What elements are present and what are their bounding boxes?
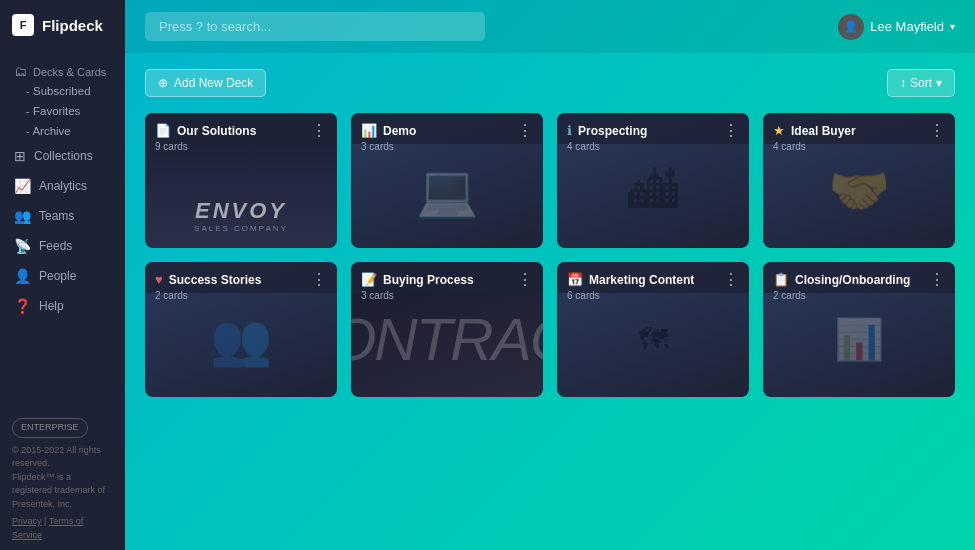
main-content: 👤 Lee Mayfield ▾ ⊕ Add New Deck ↕ Sort ▾ [125,0,975,550]
deck-title-area: ℹ Prospecting [567,123,647,138]
sidebar-nav: 🗂 Decks & Cards - Subscribed - Favorites… [0,50,125,408]
sidebar-footer: ENTERPRISE © 2015-2022 All rights reserv… [0,408,125,550]
people-icon: 👤 [14,268,31,284]
decks-content: ⊕ Add New Deck ↕ Sort ▾ 📄 Our Solutions … [125,53,975,550]
user-menu[interactable]: 👤 Lee Mayfield ▾ [838,14,955,40]
deck-card-header: 📝 Buying Process ⋮ [351,262,543,293]
deck-title-area: 📄 Our Solutions [155,123,256,138]
sidebar-item-favorites[interactable]: - Favorites [0,101,125,121]
deck-card-buying-process[interactable]: 📝 Buying Process ⋮ 3 cards CONTRACT [351,262,543,397]
map-chart-icon: 🗺 [638,323,668,357]
deck-menu-icon[interactable]: ⋮ [929,121,945,140]
deck-menu-icon[interactable]: ⋮ [723,270,739,289]
sidebar-item-archive[interactable]: - Archive [0,121,125,141]
business-people-icon: 🤝 [828,162,890,220]
clipboard-icon: 📋 [773,272,789,287]
trademark-text: Flipdeck™ is a registered trademark of P… [12,471,113,512]
deck-card-closing-onboarding[interactable]: 📋 Closing/Onboarding ⋮ 2 cards 📊 [763,262,955,397]
sidebar-item-feeds[interactable]: 📡 Feeds [0,231,125,261]
star-icon: ★ [773,123,785,138]
sidebar-item-decks-and-cards[interactable]: 🗂 Decks & Cards [0,58,125,81]
deck-title-area: 📅 Marketing Content [567,272,694,287]
copyright-text: © 2015-2022 All rights reserved. [12,444,113,471]
enterprise-badge: ENTERPRISE [12,418,88,438]
envoy-sub-text: Sales Company [164,224,318,233]
chart-icon: 📊 [361,123,377,138]
deck-card-header: 📊 Demo ⋮ [351,113,543,144]
deck-card-header: ♥ Success Stories ⋮ [145,262,337,293]
note-icon: 📝 [361,272,377,287]
laptop-icon: 💻 [416,162,478,220]
deck-card-ideal-buyer[interactable]: ★ Ideal Buyer ⋮ 4 cards 🤝 [763,113,955,248]
deck-title-area: ★ Ideal Buyer [773,123,856,138]
deck-menu-icon[interactable]: ⋮ [517,270,533,289]
add-icon: ⊕ [158,76,168,90]
deck-card-header: ★ Ideal Buyer ⋮ [763,113,955,144]
deck-menu-icon[interactable]: ⋮ [929,270,945,289]
contract-icon: CONTRACT [351,305,543,374]
deck-menu-icon[interactable]: ⋮ [311,121,327,140]
teams-icon: 👥 [14,208,31,224]
topbar: 👤 Lee Mayfield ▾ [125,0,975,53]
content-toolbar: ⊕ Add New Deck ↕ Sort ▾ [145,69,955,97]
deck-card-success-stories[interactable]: ♥ Success Stories ⋮ 2 cards 👥 [145,262,337,397]
privacy-link[interactable]: Privacy [12,516,42,526]
deck-card-demo[interactable]: 📊 Demo ⋮ 3 cards 💻 [351,113,543,248]
deck-title-area: 📝 Buying Process [361,272,474,287]
avatar: 👤 [838,14,864,40]
deck-card-header: ℹ Prospecting ⋮ [557,113,749,144]
deck-menu-icon[interactable]: ⋮ [723,121,739,140]
envoy-logo: envoy [164,198,318,224]
sidebar-item-analytics[interactable]: 📈 Analytics [0,171,125,201]
document-icon: 📄 [155,123,171,138]
logo-icon: F [12,14,34,36]
calendar-icon: 📅 [567,272,583,287]
sidebar-item-people[interactable]: 👤 People [0,261,125,291]
deck-title-area: ♥ Success Stories [155,272,261,287]
search-input[interactable] [145,12,485,41]
sidebar-item-help[interactable]: ❓ Help [0,291,125,321]
sidebar-item-teams[interactable]: 👥 Teams [0,201,125,231]
sort-button[interactable]: ↕ Sort ▾ [887,69,955,97]
app-name: Flipdeck [42,17,103,34]
add-new-deck-button[interactable]: ⊕ Add New Deck [145,69,266,97]
deck-card-grid: 📄 Our Solutions ⋮ 9 cards envoy Sales Co… [145,113,955,397]
feeds-icon: 📡 [14,238,31,254]
deck-card-our-solutions[interactable]: 📄 Our Solutions ⋮ 9 cards envoy Sales Co… [145,113,337,248]
deck-menu-icon[interactable]: ⋮ [311,270,327,289]
app-logo[interactable]: F Flipdeck [0,0,125,50]
deck-card-header: 📅 Marketing Content ⋮ [557,262,749,293]
chevron-down-icon: ▾ [950,21,955,32]
avatar-icon: 👤 [844,20,858,33]
deck-card-header: 📄 Our Solutions ⋮ [145,113,337,144]
deck-card-header: 📋 Closing/Onboarding ⋮ [763,262,955,293]
deck-menu-icon[interactable]: ⋮ [517,121,533,140]
sort-chevron-icon: ▾ [936,76,942,90]
heart-icon: ♥ [155,272,163,287]
deck-card-prospecting[interactable]: ℹ Prospecting ⋮ 4 cards 🏙 [557,113,749,248]
sidebar: F Flipdeck 🗂 Decks & Cards - Subscribed … [0,0,125,550]
spreadsheet-icon: 📊 [834,316,884,363]
people-icon: 🏙 [628,162,678,220]
analytics-icon: 📈 [14,178,31,194]
team-icon: 👥 [210,311,272,369]
deck-card-marketing-content[interactable]: 📅 Marketing Content ⋮ 6 cards 🗺 [557,262,749,397]
user-name: Lee Mayfield [870,19,944,34]
deck-title-area: 📊 Demo [361,123,416,138]
info-icon: ℹ [567,123,572,138]
collections-icon: ⊞ [14,148,26,164]
sidebar-item-subscribed[interactable]: - Subscribed [0,81,125,101]
sidebar-item-collections[interactable]: ⊞ Collections [0,141,125,171]
sort-icon: ↕ [900,76,906,90]
layers-icon: 🗂 [14,64,27,79]
deck-title-area: 📋 Closing/Onboarding [773,272,910,287]
help-icon: ❓ [14,298,31,314]
